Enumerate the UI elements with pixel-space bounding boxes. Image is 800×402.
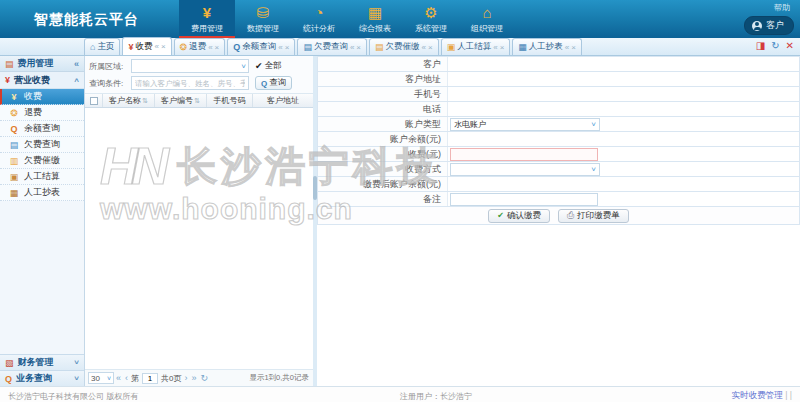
pie-chart-icon: ◔ (314, 5, 323, 21)
chevron-down-icon: ˅ (107, 375, 111, 382)
search-button[interactable]: Q 查询 (255, 76, 292, 90)
refresh-icon[interactable]: ↻ (200, 373, 208, 383)
page-number-input[interactable] (142, 373, 158, 384)
payment-method-select[interactable]: ˅ (450, 163, 600, 176)
sidebar-item-charge[interactable]: ¥ 收费 (0, 89, 84, 105)
yen-icon: ¥ (5, 75, 10, 85)
chevron-down-icon: ˅ (241, 62, 246, 71)
form-row-balance-after-payment: 缴费后账户余额(元) (318, 177, 799, 192)
tab-refund[interactable]: ❂ 退费 « × (174, 38, 226, 55)
app-window: 智慧能耗云平台 ¥ 费用管理 ⛁ 数据管理 ◔ 统计分析 ▦ 综合报表 ⚙ 系统… (0, 0, 800, 402)
form-row-mobile: 手机号 (318, 87, 799, 102)
tab-menu-icon[interactable]: « (493, 43, 497, 52)
search-icon: Q (233, 42, 240, 52)
tab-manual-meter-reading[interactable]: ▦ 人工抄表 « × (512, 38, 582, 55)
settlement-icon: ▣ (447, 42, 456, 52)
region-label: 所属区域: (89, 61, 131, 72)
nav-item-reports[interactable]: ▦ 综合报表 (347, 0, 403, 38)
column-header-mobile[interactable]: 手机号码 (207, 94, 253, 107)
refresh-icon[interactable]: ↻ (771, 41, 779, 51)
form-row-remark: 备注 (318, 192, 799, 207)
sidebar-section-finance-management[interactable]: ▧ 财务管理 ˅ (0, 354, 84, 370)
tab-menu-icon[interactable]: « (278, 43, 282, 52)
sidebar-item-arrears-query[interactable]: ▤ 欠费查询 (0, 137, 84, 153)
tab-close-icon[interactable]: × (161, 42, 166, 51)
prev-page-button[interactable]: ‹ (125, 373, 128, 383)
check-icon: ✔ (497, 211, 504, 220)
query-input[interactable] (131, 76, 249, 90)
sidebar-header-fee-management[interactable]: ▤ 费用管理 « (0, 56, 84, 72)
print-receipt-button[interactable]: ⎙ 打印缴费单 (558, 209, 629, 223)
sidebar-item-manual-meter-reading[interactable]: ▦ 人工抄表 (0, 185, 84, 201)
tab-arrears-query[interactable]: ▤ 欠费查询 « × (297, 38, 367, 55)
column-header-customer-id[interactable]: 客户编号⇅ (155, 94, 207, 107)
column-header-customer-name[interactable]: 客户名称⇅ (103, 94, 155, 107)
search-icon: Q (261, 79, 267, 88)
first-page-button[interactable]: « (116, 373, 121, 383)
tab-charge[interactable]: ¥ 收费 « × (122, 37, 171, 55)
tab-close-icon[interactable]: × (428, 43, 433, 52)
charge-amount-input[interactable] (450, 148, 598, 161)
navbar-right: 帮助 客户 (744, 2, 794, 35)
printer-icon: ⎙ (567, 210, 574, 221)
select-all-checkbox[interactable] (85, 94, 103, 107)
tab-close-icon[interactable]: × (500, 43, 505, 52)
fullscreen-icon[interactable]: ◨ (756, 41, 765, 51)
pagination-summary: 显示1到0,共0记录 (249, 373, 309, 383)
collapse-icon[interactable]: « (74, 59, 79, 69)
tab-close-icon[interactable]: × (571, 43, 576, 52)
form-row-customer: 客户 (318, 57, 799, 72)
yen-icon: ¥ (8, 92, 20, 102)
chevron-down-icon: ˅ (74, 358, 79, 367)
chevron-down-icon: ˅ (74, 374, 79, 383)
tab-menu-icon[interactable]: « (350, 43, 354, 52)
footer-link[interactable]: 实时收费管理 (732, 390, 783, 400)
nav-item-fee-management[interactable]: ¥ 费用管理 (179, 0, 235, 38)
tab-menu-icon[interactable]: « (154, 42, 158, 51)
tab-menu-icon[interactable]: « (422, 43, 426, 52)
nav-item-statistics[interactable]: ◔ 统计分析 (291, 0, 347, 38)
tab-menu-icon[interactable]: « (208, 43, 212, 52)
tab-close-icon[interactable]: × (285, 43, 290, 52)
charge-form-panel: 客户 客户地址 手机号 电话 账户类型 (317, 56, 800, 386)
sidebar-section-business-query[interactable]: Q 业务查询 ˅ (0, 370, 84, 386)
form-row-charge-amount: 收费(元) (318, 147, 799, 162)
tab-home[interactable]: ⌂ 主页 (84, 38, 120, 55)
nav-item-data-management[interactable]: ⛁ 数据管理 (235, 0, 291, 38)
user-menu[interactable]: 客户 (744, 16, 794, 35)
page-total: 共0页 (161, 373, 181, 384)
nav-item-organization[interactable]: ⌂ 组织管理 (459, 0, 515, 38)
all-checkbox[interactable]: ✔ 全部 (255, 60, 282, 72)
form-row-customer-address: 客户地址 (318, 72, 799, 87)
settlement-icon: ▣ (8, 172, 20, 182)
tab-menu-icon[interactable]: « (565, 43, 569, 52)
tab-manual-settlement[interactable]: ▣ 人工结算 « × (441, 38, 511, 55)
yen-icon: ¥ (128, 42, 133, 52)
next-page-button[interactable]: › (184, 373, 187, 383)
chevron-down-icon: ˅ (591, 120, 596, 129)
database-icon: ⛁ (257, 5, 270, 21)
tab-close-icon[interactable]: × (356, 43, 361, 52)
confirm-payment-button[interactable]: ✔ 确认缴费 (488, 209, 550, 223)
chevron-down-icon: ˅ (591, 165, 596, 174)
region-select[interactable]: ˅ (131, 59, 249, 73)
tab-balance-query[interactable]: Q 余额查询 « × (227, 38, 295, 55)
last-page-button[interactable]: » (191, 373, 196, 383)
refund-icon: ❂ (8, 108, 20, 118)
nav-item-system[interactable]: ⚙ 系统管理 (403, 0, 459, 38)
sidebar-item-refund[interactable]: ❂ 退费 (0, 105, 84, 121)
column-header-address[interactable]: 客户地址 (253, 94, 313, 107)
sidebar-item-balance-query[interactable]: Q 余额查询 (0, 121, 84, 137)
sidebar-item-manual-settlement[interactable]: ▣ 人工结算 (0, 169, 84, 185)
help-link[interactable]: 帮助 (744, 2, 790, 13)
sidebar-section-business-charging[interactable]: ¥ 营业收费 ˄ (0, 72, 84, 89)
tab-arrears-collection[interactable]: ▤ 欠费催缴 « × (369, 38, 439, 55)
home-icon: ⌂ (482, 5, 491, 21)
account-type-select[interactable]: 水电账户 ˅ (450, 118, 600, 131)
refund-icon: ❂ (180, 42, 188, 52)
remark-input[interactable] (450, 193, 598, 206)
page-size-select[interactable]: 30 ˅ (88, 372, 114, 384)
close-all-icon[interactable]: ✕ (786, 41, 794, 51)
sidebar-item-arrears-collection[interactable]: ▥ 欠费催缴 (0, 153, 84, 169)
tab-close-icon[interactable]: × (215, 43, 220, 52)
